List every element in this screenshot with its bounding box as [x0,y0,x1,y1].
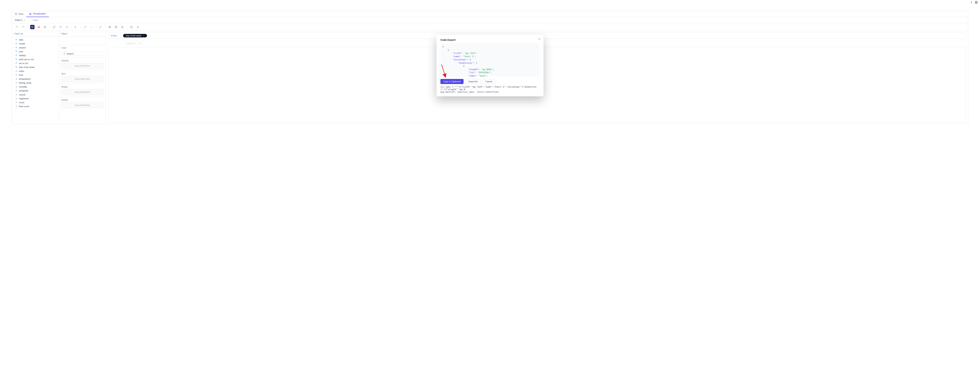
field-name: year [19,50,23,53]
field-item[interactable]: month [12,42,59,46]
measure-icon: # [15,86,18,88]
config-button[interactable] [120,25,124,29]
field-item[interactable]: #Row count [12,105,59,108]
field-item[interactable]: date [12,38,59,42]
tab-visualization[interactable]: Visualization [26,11,49,17]
field-name: casual [19,94,25,96]
database-icon [15,13,17,15]
tab-visualization-label: Visualization [33,12,46,15]
field-item[interactable]: #registered [12,97,59,100]
x-axis-pill[interactable]: Day of the week [123,34,147,37]
export-as-button[interactable]: Export As [466,79,480,84]
opacity-shelf[interactable]: Drop Field Here [61,63,103,69]
field-name: count [19,101,24,104]
field-item[interactable]: season [12,46,59,49]
field-item[interactable]: am or pm [12,61,59,65]
details-label: Details [59,97,106,102]
field-item[interactable]: Day of the week [12,65,59,69]
close-icon[interactable] [538,37,541,41]
shape-label: Shape [59,84,106,89]
field-item[interactable]: #count [12,100,59,105]
menu-icon[interactable] [975,1,978,4]
field-item[interactable]: #humidity [12,85,59,89]
format-button[interactable] [89,25,94,29]
filters-header: Filters [59,31,106,36]
gear-button[interactable] [114,25,118,29]
field-item[interactable]: #casual [12,93,59,97]
transpose-button[interactable] [52,25,56,29]
resize-handle-icon[interactable] [539,92,541,94]
sort-desc-button[interactable] [65,25,69,29]
y-axis-pill[interactable]: registered sum [123,41,145,45]
undo-button[interactable] [15,25,19,29]
measure-icon: # [15,97,18,100]
trash-icon[interactable] [63,52,65,55]
measure-icon: # [15,82,18,84]
new-chart-tab[interactable]: + New [29,17,41,23]
chart-icon [29,13,32,15]
svg-rect-2 [30,13,30,15]
redo-button[interactable] [21,25,25,29]
nominal-icon [15,54,18,57]
field-name: date [19,39,23,41]
details-shelf[interactable]: Drop Field Here [61,102,103,108]
copy-to-clipboard-button[interactable]: Copy to Clipboard [441,79,463,84]
modal-title: Code Export [441,38,539,41]
svg-point-10 [116,27,116,27]
field-item[interactable]: work yes or not [12,57,59,61]
export-image-button[interactable] [108,25,112,29]
cancel-button[interactable]: Cancel [482,79,495,84]
measure-icon: # [15,89,18,92]
svg-rect-1 [30,14,30,14]
chart-tab-1[interactable]: Chart 1 [12,17,29,23]
size-shelf[interactable]: Drop Field Here [61,76,103,82]
stack-button[interactable] [43,25,47,29]
python-snippet[interactable]: vis_spec = """[{"visId":"gw_rZy5","name"… [441,86,539,93]
field-name: humidity [19,86,27,88]
field-item[interactable]: #feeling_temp [12,81,59,85]
measure-icon: # [15,74,18,76]
svg-rect-3 [31,13,31,15]
field-name: holiday [19,54,26,57]
svg-rect-6 [39,26,40,28]
nominal-icon [15,58,18,60]
chart-tabs: Chart 1 + New [12,17,968,23]
tab-data[interactable]: Data [12,11,26,17]
encodings-panel: Filters Color season Opacity Drop Field … [59,31,106,124]
field-item[interactable]: holiday [12,54,59,57]
shape-shelf[interactable]: Drop Field Here [61,89,103,95]
code-export-button[interactable] [129,25,134,29]
field-item[interactable]: #hour [12,73,59,77]
measure-icon: # [15,101,18,104]
color-shelf[interactable]: season [61,52,103,55]
field-name: temperature [19,78,30,80]
aggregate-button[interactable] [30,25,35,29]
size-label: Size [59,71,106,76]
field-item[interactable]: #index [12,69,59,73]
field-name: am or pm [19,62,28,65]
svg-rect-13 [130,26,133,28]
layout-button[interactable] [83,25,87,29]
measure-icon: # [15,70,18,72]
measure-icon: # [15,105,18,108]
mark-type-button[interactable] [37,25,41,29]
axis-resize-button[interactable] [74,25,78,29]
field-item[interactable]: #winspeed [12,89,59,93]
svg-point-12 [121,26,124,28]
field-name: hour [19,74,23,76]
json-code-block[interactable]: [ { "visId": "gw_rZy5", "name": "Chart 1… [441,43,539,76]
limit-button[interactable] [136,25,140,29]
field-item[interactable]: #temperature [12,77,59,81]
sort-asc-button[interactable] [58,25,62,29]
theme-button[interactable] [99,25,103,29]
svg-point-14 [137,26,138,27]
info-icon[interactable]: i [971,1,972,4]
code-export-modal: Code Export [ { "visId": "gw_rZy5", "nam… [436,35,544,97]
field-item[interactable]: year [12,49,59,54]
chevron-down-icon [143,35,144,36]
nominal-icon [15,43,18,45]
field-name: month [19,43,25,45]
field-name: Day of the week [19,66,35,68]
color-label: Color [59,45,106,50]
svg-rect-4 [38,27,38,28]
